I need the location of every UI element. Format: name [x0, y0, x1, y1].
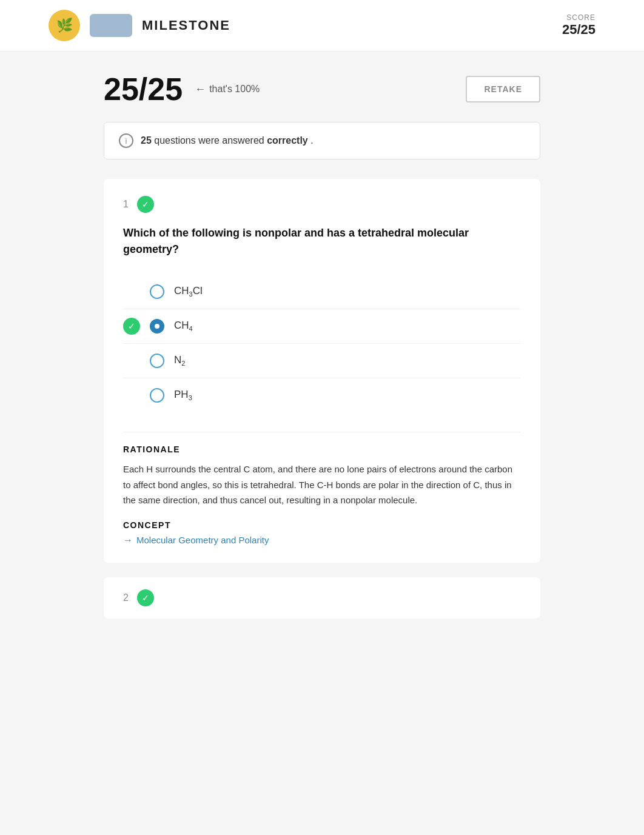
option-b-text: CH4 [174, 320, 193, 332]
rationale-section: RATIONALE Each H surrounds the central C… [123, 432, 521, 546]
score-value: 25/25 [562, 22, 595, 38]
page-wrapper: 🌿 MILESTONE SCORE 25/25 25/25 ← that's 1… [0, 0, 644, 835]
concept-link-text: Molecular Geometry and Polarity [136, 535, 269, 545]
option-d-text: PH3 [174, 389, 192, 401]
correct-indicator-b: ✓ [123, 318, 140, 335]
question-2-number: 2 [123, 592, 129, 603]
score-subtitle: ← that's 100% [195, 83, 260, 96]
info-box: i 25 questions were answered correctly . [104, 122, 540, 159]
question-1-section: 1 ✓ Which of the following is nonpolar a… [104, 179, 540, 563]
radio-c[interactable] [150, 354, 164, 368]
radio-d[interactable] [150, 388, 164, 403]
logo-icon: 🌿 [49, 10, 80, 41]
score-big: 25/25 [104, 71, 183, 107]
question-1-header: 1 ✓ [123, 196, 521, 213]
logo-badge [90, 14, 132, 37]
score-banner: 25/25 ← that's 100% RETAKE [104, 71, 540, 107]
score-subtitle-text: that's 100% [209, 84, 260, 95]
option-a-text: CH3Cl [174, 285, 203, 298]
info-text-before: questions were answered [154, 135, 267, 146]
answer-option-d[interactable]: ✓ PH3 [123, 378, 521, 412]
concept-link[interactable]: → Molecular Geometry and Polarity [123, 535, 521, 546]
option-c-text: N2 [174, 354, 185, 367]
question-1-text: Which of the following is nonpolar and h… [123, 225, 521, 258]
answer-option-a[interactable]: ✓ CH3Cl [123, 275, 521, 309]
score-label: SCORE [562, 13, 595, 22]
question-2-preview: 2 ✓ [104, 577, 540, 619]
answer-option-c[interactable]: ✓ N2 [123, 344, 521, 378]
info-text: 25 questions were answered correctly . [141, 135, 314, 146]
page-title: MILESTONE [142, 18, 230, 33]
answer-option-b[interactable]: ✓ CH4 [123, 309, 521, 344]
header: 🌿 MILESTONE SCORE 25/25 [0, 0, 644, 52]
radio-b[interactable] [150, 319, 164, 334]
question-1-number: 1 [123, 199, 129, 210]
concept-title: CONCEPT [123, 520, 521, 530]
rationale-title: RATIONALE [123, 444, 521, 454]
main-content: 25/25 ← that's 100% RETAKE i 25 question… [79, 52, 565, 638]
header-score: SCORE 25/25 [562, 13, 595, 38]
radio-a[interactable] [150, 284, 164, 299]
retake-button[interactable]: RETAKE [466, 76, 540, 102]
answer-options: ✓ CH3Cl ✓ CH4 ✓ N2 ✓ [123, 275, 521, 412]
info-text-after: . [310, 135, 313, 146]
info-icon: i [119, 133, 133, 148]
info-count: 25 [141, 135, 152, 146]
arrow-right-icon: → [123, 535, 133, 546]
question-1-correct-icon: ✓ [137, 196, 154, 213]
info-text-bold: correctly [267, 135, 308, 146]
rationale-text: Each H surrounds the central C atom, and… [123, 461, 521, 508]
arrow-left-icon: ← [195, 83, 206, 96]
question-2-correct-icon: ✓ [137, 589, 154, 606]
